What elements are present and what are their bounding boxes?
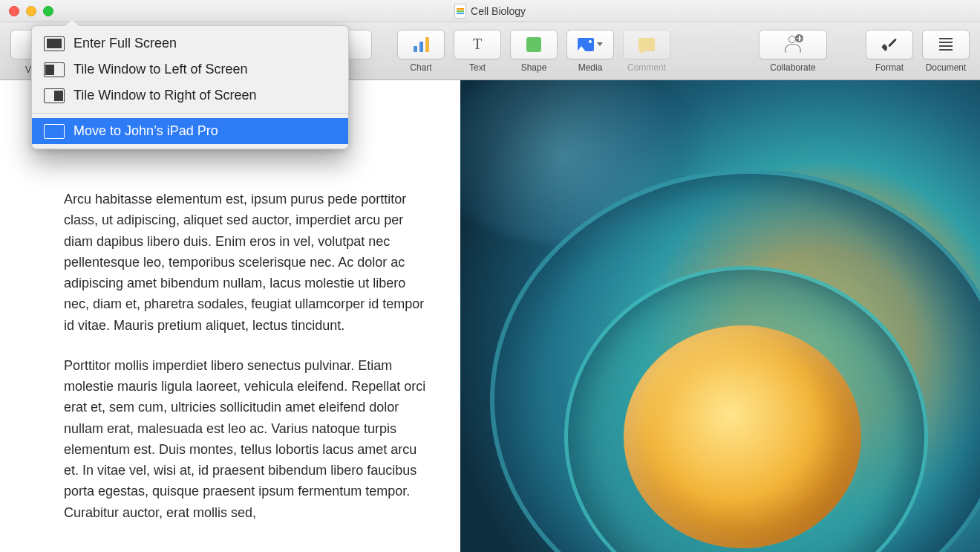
chart-icon: [414, 37, 429, 52]
document-content: Arcu habitasse elementum est, ipsum puru…: [0, 80, 980, 552]
document-label: Document: [926, 62, 967, 73]
paragraph-1: Arcu habitasse elementum est, ipsum puru…: [64, 189, 431, 336]
menu-item-enter-full-screen[interactable]: Enter Full Screen: [32, 30, 348, 56]
tile-right-icon: [44, 88, 65, 103]
enter-full-screen-icon: [44, 36, 65, 51]
toolbar-chart: Chart: [397, 30, 445, 73]
format-label: Format: [875, 62, 904, 73]
menu-item-label: Tile Window to Left of Screen: [74, 62, 247, 77]
chevron-down-icon: [597, 42, 603, 46]
comment-label: Comment: [627, 62, 666, 73]
toolbar-shape: Shape: [510, 30, 558, 73]
paragraph-2: Porttitor mollis imperdiet libero senect…: [64, 355, 431, 523]
menu-item-move-to-ipad[interactable]: Move to John’s iPad Pro: [32, 118, 348, 144]
document-text-column[interactable]: Arcu habitasse elementum est, ipsum puru…: [0, 80, 460, 552]
text-button[interactable]: T: [454, 30, 501, 59]
comment-icon: [638, 38, 655, 51]
titlebar: Cell Biology: [0, 0, 980, 22]
fullscreen-menu: Enter Full Screen Tile Window to Left of…: [31, 25, 349, 149]
toolbar-comment: Comment: [623, 30, 670, 73]
shape-button[interactable]: [510, 30, 558, 59]
menu-pointer: [65, 19, 79, 26]
comment-button[interactable]: [623, 30, 670, 59]
collaborate-button[interactable]: [759, 30, 827, 59]
chart-button[interactable]: [397, 30, 445, 59]
toolbar-text: T Text: [454, 30, 501, 73]
paintbrush-icon: [881, 36, 898, 53]
shape-label: Shape: [521, 62, 547, 73]
menu-item-tile-right[interactable]: Tile Window to Right of Screen: [32, 82, 348, 108]
text-icon: T: [469, 36, 486, 53]
media-label: Media: [578, 62, 603, 73]
toolbar-media: Media: [566, 30, 614, 73]
cell-nucleus: [624, 325, 861, 548]
fullscreen-window-button[interactable]: [43, 6, 53, 16]
document-button[interactable]: [922, 30, 970, 59]
format-button[interactable]: [866, 30, 913, 59]
document-icon: [939, 38, 953, 51]
ipad-icon: [44, 124, 65, 139]
collaborate-label: Collaborate: [770, 62, 815, 73]
shape-icon: [526, 37, 541, 52]
minimize-window-button[interactable]: [26, 6, 36, 16]
window-title-text: Cell Biology: [471, 5, 526, 17]
tile-left-icon: [44, 62, 65, 77]
menu-item-tile-left[interactable]: Tile Window to Left of Screen: [32, 56, 348, 82]
toolbar-document: Document: [922, 30, 970, 73]
close-window-button[interactable]: [9, 6, 19, 16]
menu-item-label: Enter Full Screen: [74, 36, 177, 51]
toolbar-collaborate: Collaborate: [759, 30, 827, 73]
toolbar-format: Format: [866, 30, 913, 73]
media-button[interactable]: [566, 30, 614, 59]
document-image[interactable]: [460, 80, 980, 552]
chart-label: Chart: [410, 62, 431, 73]
collaborate-icon: [784, 36, 802, 53]
media-icon: [578, 38, 594, 51]
traffic-lights: [0, 6, 53, 16]
pages-document-icon: [454, 4, 466, 19]
menu-item-label: Move to John’s iPad Pro: [74, 123, 218, 139]
window-title: Cell Biology: [454, 4, 526, 19]
text-label: Text: [469, 62, 486, 73]
menu-separator: [32, 113, 348, 114]
menu-item-label: Tile Window to Right of Screen: [74, 88, 256, 103]
